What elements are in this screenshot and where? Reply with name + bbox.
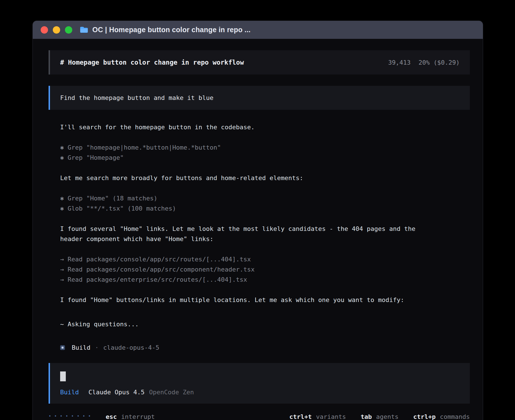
session-header: # Homepage button color change in repo w…: [49, 50, 470, 75]
minimize-button[interactable]: [53, 26, 60, 34]
agent-mode-label: Build: [60, 389, 79, 396]
hint-key: ctrl+p: [413, 413, 436, 420]
hint-variants: ctrl+t variants: [289, 413, 346, 420]
tool-call-grep: ✱ Grep "Home" (18 matches): [60, 193, 470, 204]
token-count: 39,413: [388, 59, 411, 66]
session-title: # Homepage button color change in repo w…: [60, 59, 244, 66]
user-message: Find the homepage button and make it blu…: [49, 86, 470, 110]
spinner-dots-icon: ••••••••: [49, 414, 94, 419]
tool-call-read: → Read packages/console/app/src/componen…: [60, 264, 470, 275]
hint-label: interrupt: [121, 413, 155, 420]
tool-call-read: → Read packages/enterprise/src/routes/[.…: [60, 275, 470, 285]
separator-dot: ·: [95, 344, 99, 351]
session-stats: 39,413 20% ($0.29): [388, 59, 460, 66]
conversation: I'll search for the homepage button in t…: [60, 122, 470, 329]
tool-call-read: → Read packages/console/app/src/routes/[…: [60, 254, 470, 264]
asking-questions-status: ~ Asking questions...: [60, 319, 470, 329]
status-bar-right: ctrl+t variants tab agents ctrl+p comman…: [289, 413, 470, 420]
terminal-window: OC | Homepage button color change in rep…: [33, 21, 483, 420]
assistant-message: I'll search for the homepage button in t…: [60, 122, 470, 132]
tool-call-grep: ✱ Grep "Homepage": [60, 153, 470, 163]
assistant-message: Let me search more broadly for buttons a…: [60, 173, 470, 183]
traffic-lights: [41, 26, 72, 34]
hint-label: agents: [376, 413, 398, 420]
hint-key: ctrl+t: [289, 413, 312, 420]
window-title: OC | Homepage button color change in rep…: [92, 26, 250, 34]
zoom-button[interactable]: [65, 26, 72, 34]
model-id: claude-opus-4-5: [103, 344, 159, 351]
model-name-label: Claude Opus 4.5: [88, 389, 145, 396]
tool-call-glob: ✱ Glob "**/*.tsx" (100 matches): [60, 204, 470, 214]
agent-badge-icon: [60, 345, 65, 350]
user-message-text: Find the homepage button and make it blu…: [60, 94, 213, 101]
hint-agents: tab agents: [361, 413, 398, 420]
agent-status-line: Build · claude-opus-4-5: [60, 344, 470, 351]
close-button[interactable]: [41, 26, 48, 34]
hint-interrupt: esc interrupt: [106, 413, 155, 420]
hint-label: commands: [440, 413, 470, 420]
status-bar: •••••••• esc interrupt ctrl+t variants t…: [49, 413, 470, 420]
hint-commands: ctrl+p commands: [413, 413, 470, 420]
agent-name: Build: [72, 344, 90, 351]
context-usage: 20% ($0.29): [418, 59, 460, 66]
hint-key: tab: [361, 413, 372, 420]
text-cursor: [60, 371, 66, 381]
prompt-input[interactable]: Build Claude Opus 4.5 OpenCode Zen: [49, 363, 470, 404]
tool-call-grep: ✱ Grep "homepage|home.*button|Home.*butt…: [60, 143, 470, 153]
status-bar-left: •••••••• esc interrupt: [49, 413, 155, 420]
provider-label: OpenCode Zen: [149, 389, 194, 396]
hint-key: esc: [106, 413, 117, 420]
assistant-message: I found several "Home" links. Let me loo…: [60, 224, 430, 244]
titlebar[interactable]: OC | Homepage button color change in rep…: [33, 21, 483, 39]
terminal-content: # Homepage button color change in repo w…: [33, 39, 483, 420]
hint-label: variants: [316, 413, 346, 420]
assistant-message: I found "Home" buttons/links in multiple…: [60, 295, 470, 305]
folder-icon: [80, 26, 88, 33]
prompt-status-row: Build Claude Opus 4.5 OpenCode Zen: [60, 389, 460, 396]
